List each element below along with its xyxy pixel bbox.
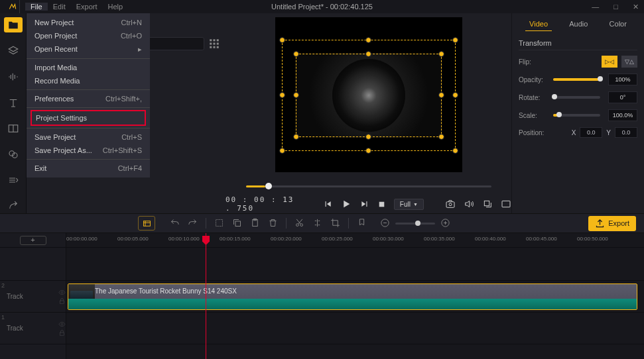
menu-item-project-settings[interactable]: Project Settings: [31, 110, 146, 126]
menu-item-preferences[interactable]: PreferencesCtrl+Shift+,: [27, 92, 150, 105]
rotate-value[interactable]: 0°: [608, 91, 637, 103]
track-row-2[interactable]: The Japanese Tourist Rocket Bunny S14 24…: [66, 281, 644, 313]
minimize-button[interactable]: ―: [592, 3, 599, 11]
stop-button[interactable]: [377, 200, 386, 209]
innerh-br[interactable]: [439, 134, 444, 139]
menu-edit[interactable]: Edit: [48, 3, 71, 11]
split-tool[interactable]: [312, 218, 322, 229]
selection-outer[interactable]: [282, 40, 456, 151]
lock-icon[interactable]: [58, 329, 66, 336]
delete-button[interactable]: [268, 218, 278, 229]
effects-icon[interactable]: [4, 198, 23, 213]
maximize-button[interactable]: □: [613, 3, 618, 11]
timeline-body[interactable]: 00:00:00.00000:00:05.00000:00:10.00000:0…: [66, 233, 644, 359]
innerh-bl[interactable]: [294, 134, 298, 139]
handle-tm[interactable]: [366, 38, 371, 42]
eye-icon[interactable]: [58, 289, 66, 296]
close-button[interactable]: ✕: [633, 3, 639, 11]
copy-button[interactable]: [232, 218, 242, 229]
next-frame-button[interactable]: [360, 199, 369, 209]
track-label: Track: [7, 325, 23, 332]
text-tool-icon[interactable]: [4, 95, 23, 110]
volume-button[interactable]: [464, 199, 474, 209]
play-button[interactable]: [340, 198, 352, 210]
menu-item-save-project-as-[interactable]: Save Project As...Ctrl+Shift+S: [27, 144, 150, 157]
handle-tl[interactable]: [280, 38, 285, 42]
tab-color[interactable]: Color: [606, 17, 631, 31]
menu-export[interactable]: Export: [71, 3, 103, 11]
handle-bm[interactable]: [366, 148, 371, 153]
layers-icon[interactable]: [4, 43, 23, 58]
innerh-tr[interactable]: [439, 52, 444, 56]
position-y[interactable]: 0.0: [615, 127, 637, 138]
track-header-1[interactable]: 1 Track: [0, 313, 66, 344]
selection-inner[interactable]: [296, 54, 442, 137]
rotate-slider[interactable]: [553, 96, 600, 99]
opacity-value[interactable]: 100%: [608, 74, 637, 85]
transitions-icon[interactable]: [4, 172, 23, 187]
opacity-label: Opacity:: [519, 76, 549, 83]
ruler-tick: 00:00:35.000: [424, 236, 455, 242]
paste-button[interactable]: [250, 218, 260, 229]
position-x[interactable]: 0.0: [580, 127, 602, 138]
innerh-tm[interactable]: [366, 52, 371, 56]
marker-tool[interactable]: [357, 218, 367, 229]
split-screen-icon[interactable]: [4, 121, 23, 136]
handle-bl[interactable]: [280, 148, 285, 153]
playhead[interactable]: [206, 233, 206, 359]
redo-button[interactable]: [188, 218, 198, 229]
snapshot-button[interactable]: [445, 199, 456, 209]
menu-item-new-project[interactable]: New ProjectCtrl+N: [27, 16, 150, 29]
preview-canvas[interactable]: [275, 17, 462, 172]
handle-br[interactable]: [453, 148, 458, 153]
select-tool[interactable]: [214, 218, 224, 229]
scale-value[interactable]: 100.0%: [608, 109, 637, 121]
innerh-bm[interactable]: [366, 134, 371, 139]
flip-horizontal-button[interactable]: ▷◁: [602, 56, 617, 68]
track-row-1[interactable]: [66, 313, 644, 344]
zoom-in-button[interactable]: [440, 218, 450, 229]
scale-slider[interactable]: [553, 114, 600, 117]
innerh-mr[interactable]: [439, 93, 444, 97]
fullscreen-button[interactable]: [501, 199, 511, 209]
flip-vertical-button[interactable]: ▽△: [621, 56, 637, 68]
eye-icon[interactable]: [58, 321, 66, 328]
menu-file[interactable]: File: [25, 3, 48, 11]
track-header-2[interactable]: 2 Track: [0, 281, 66, 313]
seek-knob[interactable]: [265, 183, 272, 189]
prev-frame-button[interactable]: [323, 199, 332, 209]
lock-icon[interactable]: [58, 297, 66, 305]
menu-item-save-project[interactable]: Save ProjectCtrl+S: [27, 130, 150, 144]
audio-wave-icon[interactable]: [4, 69, 23, 84]
innerh-ml[interactable]: [294, 93, 298, 97]
handle-mr[interactable]: [453, 93, 458, 97]
handle-tr[interactable]: [453, 38, 458, 42]
video-clip[interactable]: The Japanese Tourist Rocket Bunny S14 24…: [68, 283, 637, 310]
render-button[interactable]: [138, 216, 155, 231]
detach-button[interactable]: [482, 199, 493, 209]
zoom-slider[interactable]: [395, 223, 435, 225]
menu-item-open-project[interactable]: Open ProjectCtrl+O: [27, 29, 150, 42]
innerh-tl[interactable]: [294, 52, 298, 56]
menu-item-record-media[interactable]: Record Media: [27, 74, 150, 87]
menu-item-open-recent[interactable]: Open Recent▸: [27, 42, 150, 56]
menu-item-exit[interactable]: ExitCtrl+F4: [27, 162, 150, 175]
zoom-out-button[interactable]: [380, 218, 390, 229]
opacity-slider[interactable]: [553, 78, 600, 81]
export-button[interactable]: Export: [588, 216, 636, 231]
grid-view-icon[interactable]: [208, 38, 220, 50]
time-ruler[interactable]: 00:00:00.00000:00:05.00000:00:10.00000:0…: [66, 233, 644, 248]
tab-audio[interactable]: Audio: [565, 17, 592, 31]
add-track-button[interactable]: +: [20, 236, 46, 245]
fit-dropdown[interactable]: Full▼: [394, 199, 424, 210]
media-tab-icon[interactable]: [4, 17, 23, 32]
preview-seekbar[interactable]: [246, 185, 491, 187]
handle-ml[interactable]: [280, 93, 285, 97]
cut-tool[interactable]: [294, 218, 304, 229]
tab-video[interactable]: Video: [525, 17, 552, 31]
menu-item-import-media[interactable]: Import Media: [27, 61, 150, 74]
overlays-icon[interactable]: [4, 146, 23, 162]
menu-help[interactable]: Help: [103, 3, 129, 11]
crop-tool[interactable]: [330, 218, 340, 229]
undo-button[interactable]: [170, 218, 180, 229]
